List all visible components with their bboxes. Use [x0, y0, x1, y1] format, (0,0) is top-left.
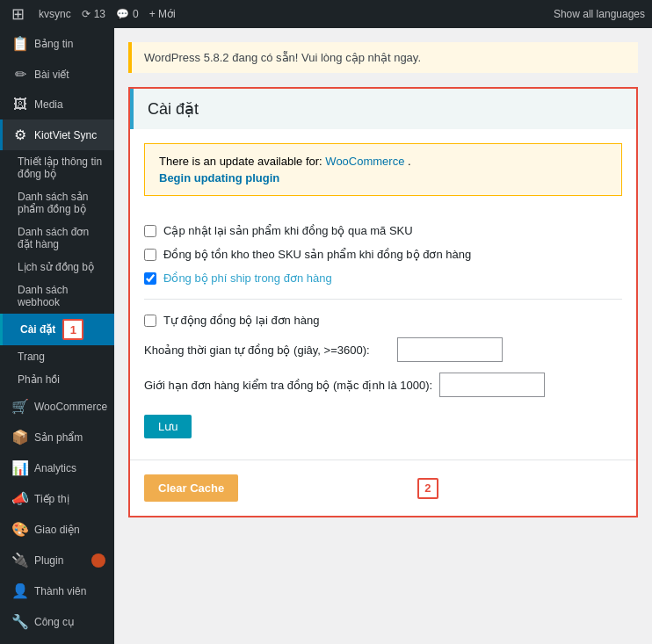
form-row-interval: Khoảng thời gian tự đồng bộ (giây, >=360…	[144, 337, 622, 362]
new-button[interactable]: + Mới	[149, 8, 176, 20]
sidebar-item-giao-dien[interactable]: 🎨 Giao diện	[0, 514, 114, 545]
cache-section: Clear Cache 2	[130, 459, 636, 516]
limit-label: Giới hạn đơn hàng kiểm tra đồng bộ (mặc …	[144, 379, 432, 392]
kiotviet-icon: ⚙	[11, 127, 29, 143]
form-row-limit: Giới hạn đơn hàng kiểm tra đồng bộ (mặc …	[144, 373, 622, 397]
sidebar-item-cong-cu[interactable]: 🔧 Công cụ	[0, 606, 114, 637]
sidebar: 📋 Bảng tin ✏ Bài viết 🖼 Media ⚙ KiotViet…	[0, 28, 114, 644]
products-icon: 📦	[11, 429, 29, 445]
sidebar-sub-phan-hoi[interactable]: Phản hồi	[0, 368, 114, 391]
sidebar-item-thanh-vien[interactable]: 👤 Thành viên	[0, 575, 114, 606]
wp-logo-icon[interactable]: ⊞	[7, 4, 28, 25]
plugin-icon: 🔌	[11, 552, 29, 568]
sidebar-sub-thiet-lap[interactable]: Thiết lập thông tin đồng bộ	[0, 150, 114, 185]
sidebar-sub-danh-sach-don[interactable]: Danh sách đơn đặt hàng	[0, 221, 114, 256]
checkbox-row-1: Cập nhật lại sản phẩm khi đồng bộ qua mã…	[144, 224, 622, 237]
wp-update-notice: WordPress 5.8.2 đang có sẵn! Vui lòng cậ…	[128, 42, 638, 73]
content-area: WordPress 5.8.2 đang có sẵn! Vui lòng cậ…	[114, 28, 652, 644]
sidebar-item-analytics[interactable]: 📊 Analytics	[0, 452, 114, 483]
annotation-1: 1	[62, 319, 83, 340]
save-button[interactable]: Lưu	[144, 415, 192, 438]
checkbox-label-1: Cập nhật lại sản phẩm khi đồng bộ qua mã…	[163, 224, 413, 237]
begin-updating-link[interactable]: Begin updating plugin	[159, 171, 607, 185]
show-all-languages[interactable]: Show all languages	[554, 8, 645, 20]
checkbox-auto-sync[interactable]	[144, 315, 156, 327]
sidebar-item-cai-dat-main[interactable]: ⚙ Cài đặt	[0, 637, 114, 644]
checkbox-row-2: Đồng bộ tồn kho theo SKU sản phẩm khi đồ…	[144, 248, 622, 261]
interval-label: Khoảng thời gian tự đồng bộ (giây, >=360…	[144, 344, 390, 357]
analytics-icon: 📊	[11, 459, 29, 476]
sidebar-item-woocommerce[interactable]: 🛒 WooCommerce	[0, 391, 114, 422]
sidebar-sub-lich-su[interactable]: Lịch sử đồng bộ	[0, 256, 114, 279]
sidebar-sub-trang[interactable]: Trang	[0, 345, 114, 368]
sidebar-item-kiotviet-sync[interactable]: ⚙ KiotViet Sync	[0, 119, 114, 150]
site-name[interactable]: kvsync	[39, 8, 71, 20]
admin-bar: ⊞ kvsync ⟳ 13 💬 0 + Mới Show all languag…	[0, 0, 652, 28]
sidebar-sub-cai-dat[interactable]: Cài đặt 1	[0, 314, 114, 345]
divider-1	[144, 299, 622, 300]
update-count[interactable]: ⟳ 13	[82, 8, 105, 20]
settings-header: Cài đặt	[130, 89, 636, 129]
posts-icon: ✏	[11, 66, 29, 83]
users-icon: 👤	[11, 582, 29, 599]
sidebar-item-tiep-thi[interactable]: 📣 Tiếp thị	[0, 483, 114, 514]
checkbox-label-3: Đồng bộ phí ship trong đơn hàng	[163, 271, 332, 285]
sidebar-sub-webhook[interactable]: Danh sách webhook	[0, 279, 114, 314]
sidebar-item-san-pham[interactable]: 📦 Sản phẩm	[0, 422, 114, 452]
checkbox-label-4: Tự động đồng bộ lại đơn hàng	[163, 314, 319, 327]
checkbox-label-2: Đồng bộ tồn kho theo SKU sản phẩm khi đồ…	[163, 248, 471, 261]
sidebar-item-plugin[interactable]: 🔌 Plugin	[0, 545, 114, 575]
media-icon: 🖼	[11, 97, 29, 112]
clear-cache-button[interactable]: Clear Cache	[144, 474, 238, 502]
checkbox-inventory-sync[interactable]	[144, 249, 156, 261]
limit-input[interactable]	[439, 373, 545, 397]
sidebar-item-bang-tin[interactable]: 📋 Bảng tin	[0, 28, 114, 59]
tools-icon: 🔧	[11, 613, 29, 630]
plugin-badge	[91, 554, 105, 568]
woocommerce-icon: 🛒	[11, 398, 29, 415]
comment-icon-bar[interactable]: 💬 0	[116, 8, 139, 20]
checkbox-row-3: Đồng bộ phí ship trong đơn hàng	[144, 271, 622, 285]
dashboard-icon: 📋	[11, 35, 29, 52]
update-available-box: There is an update available for: WooCom…	[144, 143, 622, 196]
checkbox-sku-update[interactable]	[144, 225, 156, 237]
main-layout: 📋 Bảng tin ✏ Bài viết 🖼 Media ⚙ KiotViet…	[0, 28, 652, 644]
sidebar-sub-danh-sach-sp[interactable]: Danh sách sản phẩm đồng bộ	[0, 185, 114, 221]
form-area: Cập nhật lại sản phẩm khi đồng bộ qua mã…	[130, 210, 636, 452]
appearance-icon: 🎨	[11, 521, 29, 538]
checkbox-row-4: Tự động đồng bộ lại đơn hàng	[144, 314, 622, 327]
annotation-2: 2	[417, 478, 438, 499]
marketing-icon: 📣	[11, 490, 29, 507]
woocommerce-link[interactable]: WooCommerce	[325, 155, 404, 168]
sidebar-item-bai-viet[interactable]: ✏ Bài viết	[0, 59, 114, 90]
interval-input[interactable]	[397, 337, 503, 362]
checkbox-shipping-fee[interactable]	[144, 272, 156, 285]
sidebar-item-media[interactable]: 🖼 Media	[0, 90, 114, 119]
settings-panel: Cài đặt There is an update available for…	[128, 87, 638, 517]
